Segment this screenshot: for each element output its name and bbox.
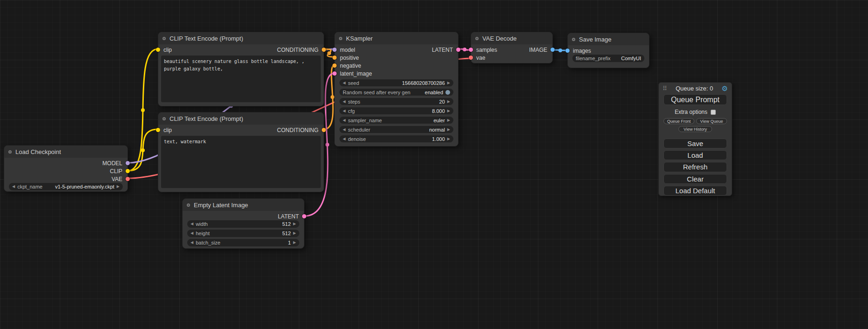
- prev-arrow-icon[interactable]: ◀: [343, 109, 346, 113]
- vae-port-icon[interactable]: [126, 177, 130, 181]
- widget-batch-size[interactable]: ◀ batch_size 1 ▶: [187, 239, 299, 246]
- model-port-icon[interactable]: [332, 48, 337, 52]
- conditioning-port-icon[interactable]: [332, 63, 337, 68]
- widget-scheduler[interactable]: ◀ scheduler normal ▶: [339, 126, 453, 133]
- drag-handle-icon[interactable]: ⠿: [663, 85, 667, 92]
- node-clip-text-encode-positive[interactable]: CLIP Text Encode (Prompt) clip CONDITION…: [158, 32, 324, 106]
- widget-value: 512: [282, 231, 290, 236]
- prompt-textarea[interactable]: beautiful scenery nature glass bottle la…: [161, 56, 321, 102]
- image-port-icon[interactable]: [550, 48, 555, 52]
- prompt-textarea[interactable]: text, watermark: [161, 136, 321, 188]
- output-slot-model[interactable]: MODEL: [102, 160, 130, 167]
- latent-port-icon[interactable]: [469, 48, 473, 52]
- next-arrow-icon[interactable]: ▶: [447, 119, 450, 122]
- input-slot-model[interactable]: model: [332, 47, 355, 53]
- clip-port-icon[interactable]: [126, 169, 130, 173]
- widget-value: v1-5-pruned-emaonly.ckpt: [55, 184, 114, 189]
- vae-port-icon[interactable]: [469, 56, 473, 60]
- queue-prompt-button[interactable]: Queue Prompt: [663, 94, 727, 105]
- prev-arrow-icon[interactable]: ◀: [343, 100, 346, 104]
- prev-arrow-icon[interactable]: ◀: [343, 81, 346, 85]
- next-arrow-icon[interactable]: ▶: [447, 137, 450, 141]
- prev-arrow-icon[interactable]: ◀: [343, 128, 346, 132]
- save-button[interactable]: Save: [663, 139, 727, 148]
- conditioning-port-icon[interactable]: [322, 48, 326, 52]
- widget-sampler-name[interactable]: ◀ sampler_name euler ▶: [339, 117, 453, 124]
- node-load-checkpoint[interactable]: Load Checkpoint MODEL CLIP VAE ◀ ckpt_na…: [4, 145, 128, 192]
- widget-cfg[interactable]: ◀ cfg 8.000 ▶: [339, 107, 453, 114]
- node-title-bar[interactable]: Empty Latent Image: [183, 199, 304, 211]
- input-slot-vae[interactable]: vae: [469, 55, 485, 61]
- node-title-bar[interactable]: Load Checkpoint: [4, 146, 127, 158]
- node-title-bar[interactable]: Save Image: [568, 33, 649, 45]
- widget-height[interactable]: ◀ height 512 ▶: [187, 230, 299, 237]
- output-slot-latent[interactable]: LATENT: [278, 213, 306, 220]
- output-label: MODEL: [102, 160, 122, 167]
- prev-arrow-icon[interactable]: ◀: [191, 222, 193, 226]
- next-arrow-icon[interactable]: ▶: [447, 100, 450, 104]
- output-slot-latent[interactable]: LATENT: [432, 47, 460, 53]
- output-slot-vae[interactable]: VAE: [112, 176, 130, 182]
- output-slot-image[interactable]: IMAGE: [529, 47, 555, 53]
- node-title-bar[interactable]: KSampler: [335, 32, 458, 44]
- next-arrow-icon[interactable]: ▶: [447, 128, 450, 132]
- node-title: VAE Decode: [482, 35, 516, 42]
- node-title-bar[interactable]: CLIP Text Encode (Prompt): [158, 112, 324, 125]
- next-arrow-icon[interactable]: ▶: [293, 231, 296, 235]
- next-arrow-icon[interactable]: ▶: [293, 241, 296, 245]
- node-vae-decode[interactable]: VAE Decode samples IMAGE vae: [471, 32, 553, 63]
- output-slot-clip[interactable]: CLIP: [110, 168, 130, 175]
- latent-port-icon[interactable]: [456, 48, 460, 52]
- conditioning-port-icon[interactable]: [322, 128, 326, 132]
- widget-ckpt-name[interactable]: ◀ ckpt_name v1-5-pruned-emaonly.ckpt ▶: [9, 183, 123, 190]
- output-slot-conditioning[interactable]: CONDITIONING: [277, 47, 326, 53]
- graph-canvas[interactable]: { "nodes": { "load_checkpoint": { "title…: [0, 0, 868, 329]
- node-empty-latent-image[interactable]: Empty Latent Image LATENT ◀ width 512 ▶ …: [182, 198, 304, 249]
- prev-arrow-icon[interactable]: ◀: [191, 241, 193, 245]
- extra-options-checkbox[interactable]: [711, 110, 716, 115]
- node-title-bar[interactable]: VAE Decode: [471, 32, 552, 44]
- prev-arrow-icon[interactable]: ◀: [343, 137, 346, 141]
- output-slot-conditioning[interactable]: CONDITIONING: [277, 127, 326, 133]
- next-arrow-icon[interactable]: ▶: [117, 185, 120, 189]
- node-ksampler[interactable]: KSampler model LATENT positive negative: [334, 32, 459, 147]
- input-slot-positive[interactable]: positive: [332, 55, 359, 61]
- input-slot-negative[interactable]: negative: [332, 63, 361, 69]
- image-port-icon[interactable]: [565, 49, 570, 53]
- view-queue-button[interactable]: View Queue: [696, 118, 727, 124]
- toggle-on-icon[interactable]: [445, 90, 450, 95]
- node-title-bar[interactable]: CLIP Text Encode (Prompt): [158, 32, 324, 44]
- conditioning-port-icon[interactable]: [332, 56, 337, 60]
- prev-arrow-icon[interactable]: ◀: [343, 119, 346, 122]
- node-clip-text-encode-negative[interactable]: CLIP Text Encode (Prompt) clip CONDITION…: [158, 112, 324, 192]
- model-port-icon[interactable]: [126, 161, 130, 165]
- refresh-button[interactable]: Refresh: [663, 162, 727, 172]
- node-save-image[interactable]: Save Image images filename_prefix ComfyU…: [567, 33, 649, 68]
- clip-port-icon[interactable]: [156, 48, 160, 52]
- load-button[interactable]: Load: [663, 150, 727, 160]
- input-slot-latent-image[interactable]: latent_image: [332, 70, 372, 77]
- next-arrow-icon[interactable]: ▶: [293, 222, 296, 226]
- load-default-button[interactable]: Load Default: [663, 186, 727, 196]
- prev-arrow-icon[interactable]: ◀: [191, 231, 193, 235]
- widget-seed[interactable]: ◀ seed 156680208700286 ▶: [339, 79, 453, 86]
- clear-button[interactable]: Clear: [663, 174, 727, 184]
- input-slot-samples[interactable]: samples: [469, 47, 497, 53]
- widget-width[interactable]: ◀ width 512 ▶: [187, 220, 299, 228]
- next-arrow-icon[interactable]: ▶: [447, 81, 450, 85]
- next-arrow-icon[interactable]: ▶: [447, 109, 450, 113]
- widget-filename-prefix[interactable]: filename_prefix ComfyUI: [572, 55, 644, 62]
- latent-port-icon[interactable]: [302, 214, 306, 218]
- input-slot-clip[interactable]: clip: [156, 47, 172, 53]
- queue-front-button[interactable]: Queue Front: [663, 118, 694, 124]
- settings-gear-icon[interactable]: ⚙: [722, 85, 728, 92]
- input-slot-images[interactable]: images: [565, 48, 591, 54]
- widget-denoise[interactable]: ◀ denoise 1.000 ▶: [339, 135, 453, 142]
- view-history-button[interactable]: View History: [678, 126, 712, 132]
- widget-steps[interactable]: ◀ steps 20 ▶: [339, 98, 453, 105]
- input-slot-clip[interactable]: clip: [156, 127, 172, 133]
- clip-port-icon[interactable]: [156, 128, 160, 132]
- prev-arrow-icon[interactable]: ◀: [12, 185, 15, 189]
- widget-random-seed-toggle[interactable]: Random seed after every gen enabled: [339, 89, 453, 96]
- latent-port-icon[interactable]: [332, 71, 337, 76]
